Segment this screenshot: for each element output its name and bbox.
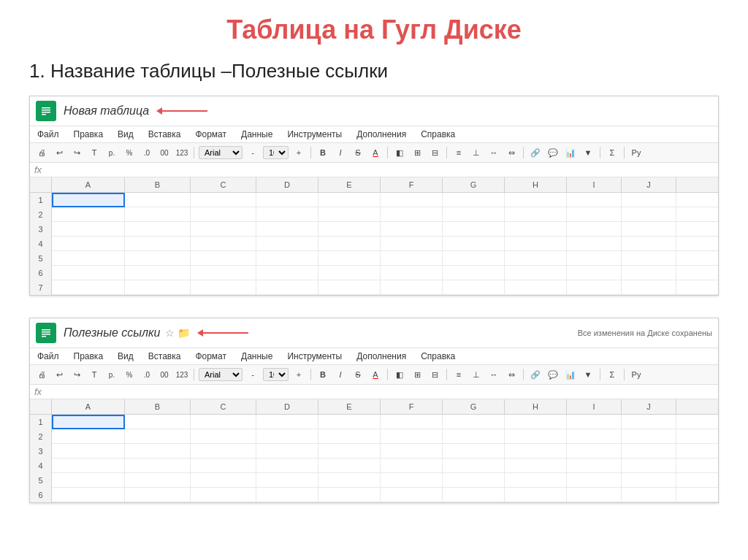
merge2-btn[interactable]: ⊟ xyxy=(427,367,442,382)
menu2-format[interactable]: Формат xyxy=(194,350,228,363)
cell-d1[interactable] xyxy=(256,193,318,207)
menu-data[interactable]: Данные xyxy=(240,128,274,141)
comment-btn[interactable]: 💬 xyxy=(546,145,560,160)
font-minus-icon[interactable]: - xyxy=(245,145,260,160)
font2-plus-icon[interactable]: + xyxy=(291,367,306,382)
cell-e1[interactable] xyxy=(318,193,381,207)
decimal2a-btn[interactable]: .0 xyxy=(140,367,154,382)
formula-input[interactable] xyxy=(46,165,714,175)
menu2-insert[interactable]: Вставка xyxy=(147,350,183,363)
chart-btn[interactable]: 📊 xyxy=(563,145,578,160)
svg-marker-6 xyxy=(156,107,162,115)
cell2-a1[interactable] xyxy=(52,415,125,429)
cell-h1[interactable] xyxy=(505,193,567,207)
align2-left-btn[interactable]: ≡ xyxy=(451,367,466,382)
align-h-btn[interactable]: ↔ xyxy=(486,145,501,160)
currency2-btn[interactable]: р. xyxy=(104,367,119,382)
menu-tools[interactable]: Инструменты xyxy=(286,128,343,141)
redo2-icon[interactable]: ↪ xyxy=(69,367,84,382)
fill2-btn[interactable]: ◧ xyxy=(392,367,407,382)
cell-a1[interactable] xyxy=(52,193,125,207)
align-left-btn[interactable]: ≡ xyxy=(451,145,466,160)
table-row: 2 xyxy=(30,429,718,444)
ss1-grid: A B C D E F G H I J 1 xyxy=(30,177,718,295)
redo-icon[interactable]: ↪ xyxy=(69,145,84,160)
color-btn[interactable]: A xyxy=(368,145,383,160)
print2-icon[interactable]: 🖨 xyxy=(34,367,49,382)
align-mid-btn[interactable]: ⊥ xyxy=(469,145,484,160)
cell-c1[interactable] xyxy=(191,193,256,207)
menu2-data[interactable]: Данные xyxy=(240,350,274,363)
percent2-btn[interactable]: % xyxy=(122,367,137,382)
decimal2b-btn[interactable]: 00 xyxy=(157,367,172,382)
comment2-btn[interactable]: 💬 xyxy=(546,367,560,382)
menu2-file[interactable]: Файл xyxy=(36,350,61,363)
bold-btn[interactable]: B xyxy=(316,145,330,160)
col-header-c: C xyxy=(191,177,256,192)
color2-btn[interactable]: A xyxy=(368,367,383,382)
menu2-tools[interactable]: Инструменты xyxy=(286,350,343,363)
border2-btn[interactable]: ⊞ xyxy=(410,367,424,382)
bold2-btn[interactable]: B xyxy=(316,367,330,382)
col-header-h: H xyxy=(505,177,567,192)
align2-mid-btn[interactable]: ⊥ xyxy=(469,367,484,382)
italic-btn[interactable]: I xyxy=(333,145,348,160)
menu2-edit[interactable]: Правка xyxy=(72,350,105,363)
size-select[interactable]: 10 xyxy=(263,146,289,159)
menu-addons[interactable]: Дополнения xyxy=(355,128,408,141)
print-icon[interactable]: 🖨 xyxy=(34,145,49,160)
align2-h-btn[interactable]: ↔ xyxy=(486,367,501,382)
strike2-btn[interactable]: S xyxy=(351,367,365,382)
format-btn[interactable]: 123 xyxy=(175,145,189,160)
formula2-input[interactable] xyxy=(46,387,714,397)
sum2-btn[interactable]: Σ xyxy=(605,367,619,382)
func-btn[interactable]: Ру xyxy=(629,145,644,160)
italic2-btn[interactable]: I xyxy=(333,367,348,382)
format2-btn[interactable]: 123 xyxy=(175,367,189,382)
font-select[interactable]: Arial xyxy=(199,146,243,159)
chart2-btn[interactable]: 📊 xyxy=(563,367,578,382)
cell-a2[interactable] xyxy=(52,207,125,222)
menu-edit[interactable]: Правка xyxy=(72,128,105,141)
undo2-icon[interactable]: ↩ xyxy=(52,367,66,382)
link2-btn[interactable]: 🔗 xyxy=(528,367,543,382)
cell-b1[interactable] xyxy=(125,193,191,207)
menu-format[interactable]: Формат xyxy=(194,128,228,141)
menu-view[interactable]: Вид xyxy=(116,128,135,141)
fill-btn[interactable]: ◧ xyxy=(392,145,407,160)
wrap2-btn[interactable]: ⇔ xyxy=(504,367,519,382)
menu2-addons[interactable]: Дополнения xyxy=(355,350,408,363)
cell-g1[interactable] xyxy=(443,193,505,207)
paint2-icon[interactable]: T xyxy=(87,367,102,382)
currency-btn[interactable]: р. xyxy=(104,145,119,160)
cell-j1[interactable] xyxy=(622,193,676,207)
merge-btn[interactable]: ⊟ xyxy=(427,145,442,160)
menu-insert[interactable]: Вставка xyxy=(147,128,183,141)
font2-select[interactable]: Arial xyxy=(199,368,243,381)
sum-btn[interactable]: Σ xyxy=(605,145,619,160)
border-btn[interactable]: ⊞ xyxy=(410,145,424,160)
percent-btn[interactable]: % xyxy=(122,145,137,160)
size2-select[interactable]: 10 xyxy=(263,368,289,381)
menu2-view[interactable]: Вид xyxy=(116,350,135,363)
paint-icon[interactable]: T xyxy=(87,145,102,160)
menu-help[interactable]: Справка xyxy=(419,128,457,141)
undo-icon[interactable]: ↩ xyxy=(52,145,66,160)
menu2-help[interactable]: Справка xyxy=(419,350,457,363)
cell-i1[interactable] xyxy=(567,193,622,207)
col2-header-j: J xyxy=(622,399,676,414)
decimal-btn[interactable]: .0 xyxy=(140,145,154,160)
wrap-btn[interactable]: ⇔ xyxy=(504,145,519,160)
ss1-grid-body: 1 2 3 xyxy=(30,193,718,295)
link-btn[interactable]: 🔗 xyxy=(528,145,543,160)
cell-f1[interactable] xyxy=(381,193,443,207)
decimal2-btn[interactable]: 00 xyxy=(157,145,172,160)
font2-minus-icon[interactable]: - xyxy=(245,367,260,382)
font-plus-icon[interactable]: + xyxy=(291,145,306,160)
filter2-btn[interactable]: ▼ xyxy=(581,367,595,382)
strike-btn[interactable]: S xyxy=(351,145,365,160)
menu-file[interactable]: Файл xyxy=(36,128,61,141)
filter-btn[interactable]: ▼ xyxy=(581,145,595,160)
func2-btn[interactable]: Ру xyxy=(629,367,644,382)
table-row: 1 xyxy=(30,415,718,429)
